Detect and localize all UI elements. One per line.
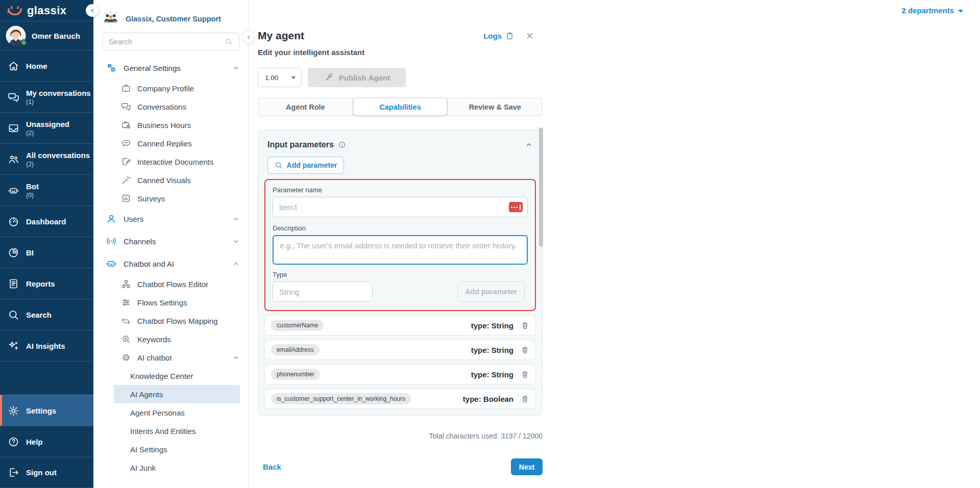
people-icon <box>8 153 19 165</box>
sidebar-item-help[interactable]: Help <box>0 426 93 457</box>
sidebar-item-home[interactable]: Home <box>0 50 93 81</box>
trash-icon[interactable] <box>521 395 529 403</box>
team-header[interactable]: Glassix, Customer Support <box>93 7 248 32</box>
settings-nav-general-settings[interactable]: General Settings <box>93 57 248 79</box>
sidebar-item-search[interactable]: Search <box>0 299 93 330</box>
settings-nav-chatbot-and-ai[interactable]: Chatbot and AI <box>93 252 248 275</box>
settings-nav-agent-personas[interactable]: Agent Personas <box>93 403 248 422</box>
settings-nav-ai-settings[interactable]: AI Settings <box>93 440 248 458</box>
parameter-name-input[interactable] <box>273 197 528 217</box>
settings-sidebar-collapse-button[interactable] <box>242 31 255 44</box>
settings-nav-chatbot-flows-editor[interactable]: Chatbot Flows Editor <box>93 275 248 293</box>
description-textarea[interactable] <box>273 235 528 265</box>
sidebar-item-bot[interactable]: Bot(0) <box>0 174 93 206</box>
settings-nav-flows-settings[interactable]: Flows Settings <box>93 293 248 312</box>
parameter-name-wrap <box>273 197 528 217</box>
settings-nav-ai-chatbot[interactable]: AIAI chatbot <box>93 348 248 367</box>
settings-nav-canned-visuals[interactable]: Canned Visuals <box>93 171 248 189</box>
sidebar-item-label: My conversations <box>26 89 91 97</box>
settings-nav-label: AI Agents <box>130 390 163 399</box>
trash-icon[interactable] <box>521 346 529 354</box>
sidebar-item-all-conversations[interactable]: All conversations(2) <box>0 143 93 174</box>
agent-tabs: Agent RoleCapabilitiesReview & Save <box>258 97 543 116</box>
settings-search[interactable] <box>102 33 239 50</box>
trash-icon[interactable] <box>521 321 529 330</box>
type-label: Type <box>273 271 528 278</box>
type-select[interactable] <box>273 281 373 302</box>
help-icon <box>8 436 19 448</box>
sidebar-item-settings[interactable]: Settings <box>0 395 93 426</box>
publish-agent-button[interactable]: Publish Agent <box>308 68 406 87</box>
gear-icon <box>8 405 19 417</box>
settings-nav-ai-junk[interactable]: AI Junk <box>93 458 248 477</box>
primary-sidebar-collapse-button[interactable] <box>86 4 99 17</box>
parameter-row: customerNametype: String <box>264 315 536 336</box>
team-name: Glassix, Customer Support <box>126 15 221 23</box>
settings-nav-company-profile[interactable]: Company Profile <box>93 79 248 97</box>
tab-review-save[interactable]: Review & Save <box>448 98 542 115</box>
logs-label: Logs <box>483 32 502 40</box>
settings-nav-chatbot-flows-mapping[interactable]: Chatbot Flows Mapping <box>93 312 248 330</box>
tab-label: Review & Save <box>469 103 521 111</box>
chip-icon: AI <box>121 352 131 363</box>
main-content: 2 departments My agent Logs Edit your in… <box>249 0 980 488</box>
version-select[interactable]: 1.00 <box>258 68 302 87</box>
sidebar-item-bi[interactable]: BI <box>0 237 93 268</box>
tab-agent-role[interactable]: Agent Role <box>259 98 352 115</box>
back-button[interactable]: Back <box>263 463 281 471</box>
sidebar-item-dashboard[interactable]: Dashboard <box>0 206 93 237</box>
gauge-icon <box>8 216 19 227</box>
settings-search-input[interactable] <box>109 38 225 46</box>
parameter-name-pill: is_customer_support_center_in_working_ho… <box>271 393 411 404</box>
settings-nav-conversations[interactable]: Conversations <box>93 97 248 116</box>
sidebar-item-label: Settings <box>26 406 56 415</box>
page-subtitle: Edit your intelligent assistant <box>258 48 543 57</box>
settings-nav-channels[interactable]: Channels <box>93 230 248 252</box>
settings-nav-intents-and-entities[interactable]: Intents And Entities <box>93 422 248 440</box>
parameter-name-pill: customerName <box>271 320 324 331</box>
add-parameter-button[interactable]: Add parameter <box>267 157 344 174</box>
sidebar-item-count: (2) <box>26 130 69 137</box>
sidebar-item-sign-out[interactable]: Sign out <box>0 457 93 488</box>
inbox-icon <box>8 122 19 134</box>
speech-icon <box>121 138 131 148</box>
extension-overlay-badge[interactable] <box>509 202 523 212</box>
add-parameter-submit-button[interactable]: Add parameter <box>457 281 525 302</box>
tab-capabilities[interactable]: Capabilities <box>354 98 447 115</box>
briefcase-icon <box>121 83 131 93</box>
settings-nav-business-hours[interactable]: Business Hours <box>93 116 248 134</box>
sidebar-item-reports[interactable]: Reports <box>0 268 93 299</box>
glassix-logo-icon <box>7 4 23 17</box>
sidebar-item-count: (0) <box>26 192 39 199</box>
close-icon[interactable] <box>525 31 534 40</box>
next-button[interactable]: Next <box>511 458 543 475</box>
parameter-type: type: Boolean <box>463 395 513 403</box>
parameter-name-label: Parameter name <box>273 186 528 194</box>
sidebar-item-ai-insights[interactable]: AI Insights <box>0 330 93 361</box>
sidebar-item-label: Home <box>26 62 47 70</box>
settings-nav-keywords[interactable]: Keywords <box>93 330 248 348</box>
user-profile[interactable]: Omer Baruch <box>0 21 93 50</box>
sliders-icon <box>121 297 131 307</box>
settings-nav-canned-replies[interactable]: Canned Replies <box>93 134 248 152</box>
panel-scrollbar[interactable] <box>539 127 543 247</box>
settings-nav-label: Keywords <box>137 335 171 344</box>
settings-nav-ai-agents[interactable]: AI Agents <box>114 385 240 403</box>
logs-button[interactable]: Logs <box>483 32 514 40</box>
chevron-up-icon[interactable] <box>525 141 533 149</box>
settings-nav-knowledge-center[interactable]: Knowledge Center <box>93 367 248 385</box>
settings-nav-users[interactable]: Users <box>93 208 248 230</box>
trash-icon[interactable] <box>521 370 529 379</box>
departments-dropdown[interactable]: 2 departments <box>901 6 963 15</box>
sidebar-item-my-conversations[interactable]: My conversations(1) <box>0 81 93 112</box>
settings-nav-surveys[interactable]: Surveys <box>93 189 248 208</box>
characters-used: Total characters used: 3197 / 12000 <box>258 432 543 440</box>
settings-nav-interactive-documents[interactable]: Interactive Documents <box>93 152 248 171</box>
settings-nav-label: AI Settings <box>130 445 167 454</box>
magnifier-icon <box>275 161 283 169</box>
settings-nav-label: Business Hours <box>137 121 191 130</box>
card-title: Input parameters <box>267 140 334 149</box>
settings-nav-label: Interactive Documents <box>137 158 213 166</box>
sidebar-item-unassigned[interactable]: Unassigned(2) <box>0 112 93 143</box>
info-icon[interactable] <box>338 141 346 149</box>
